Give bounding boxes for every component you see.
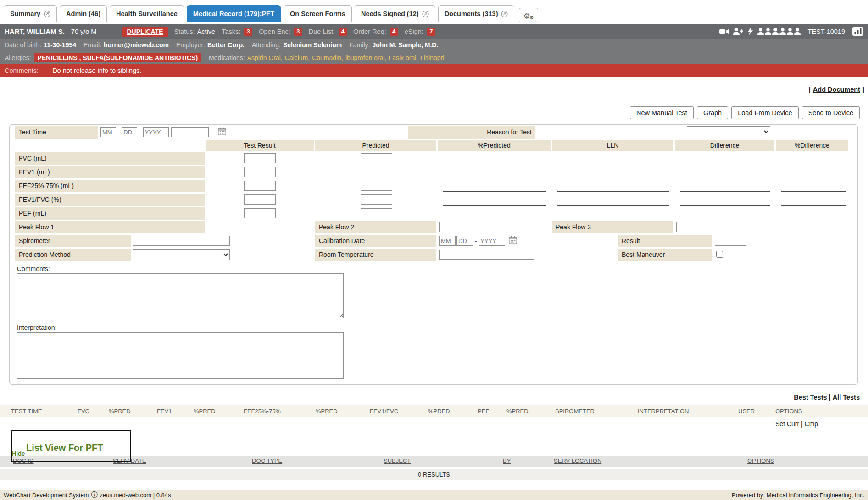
peak-flow-3-input[interactable] — [676, 222, 707, 232]
medication-link[interactable]: Aspirin Oral — [247, 54, 281, 61]
pipe: | — [801, 420, 803, 428]
add-person-icon[interactable] — [733, 28, 743, 35]
empty-results-row: 0 RESULTS — [0, 469, 868, 480]
tab-health-surveillance[interactable]: Health Surveillance — [110, 5, 184, 22]
lightning-icon[interactable] — [748, 28, 753, 35]
email-value[interactable]: horner@mieweb.com — [104, 41, 169, 49]
allergies-label: Allergies: — [5, 54, 31, 61]
pef-test-result-input[interactable] — [244, 208, 276, 218]
calibration-yyyy-input[interactable] — [479, 236, 505, 246]
row-label-pef: PEF (mL) — [15, 207, 205, 220]
fev1-fvc-test-result-input[interactable] — [244, 194, 276, 205]
best-maneuver-checkbox[interactable] — [716, 251, 723, 258]
video-camera-icon[interactable] — [719, 28, 729, 35]
peak-flow-1-input[interactable] — [207, 222, 238, 232]
medication-link[interactable]: Lasix oral — [389, 54, 416, 61]
duplicate-flag[interactable]: DUPLICATE — [122, 27, 167, 37]
patient-group-icons[interactable] — [757, 28, 801, 35]
peak-flow-2-input[interactable] — [439, 222, 470, 232]
tab-on-screen-forms[interactable]: On Screen Forms — [284, 5, 352, 22]
result-input[interactable] — [715, 236, 746, 246]
tasks-count-badge[interactable]: 3 — [244, 28, 252, 36]
medication-link[interactable]: Calcium — [285, 54, 308, 61]
row-label-fev1: FEV1 (mL) — [15, 166, 205, 178]
calibration-dd-input[interactable] — [456, 236, 473, 246]
popout-icon[interactable] — [501, 11, 508, 17]
reason-for-test-select[interactable] — [687, 126, 770, 137]
calendar-icon[interactable] — [218, 127, 227, 137]
doc-col-serv-location[interactable]: SERV LOCATION — [554, 456, 601, 467]
medication-link[interactable]: Lisinopril — [420, 54, 445, 61]
test-time-dd-input[interactable] — [122, 127, 137, 137]
fef-percent-difference-line — [781, 191, 846, 192]
send-to-device-button[interactable]: Send to Device — [802, 106, 860, 119]
attending-value: Selenium Selenium — [283, 41, 342, 49]
add-document-link[interactable]: Add Document — [813, 86, 860, 93]
interpretation-textarea[interactable] — [17, 332, 344, 379]
tab-medical-record[interactable]: Medical Record (179):PFT — [187, 5, 281, 22]
doc-col-doc-id[interactable]: DOC ID — [13, 456, 34, 467]
fev1-test-result-input[interactable] — [244, 167, 276, 177]
calibration-mm-input[interactable] — [439, 236, 456, 246]
row-label-fvc: FVC (mL) — [15, 152, 205, 165]
form-comments-textarea[interactable] — [17, 273, 344, 318]
doc-col-doc-type[interactable]: DOC TYPE — [252, 456, 282, 467]
test-time-yyyy-input[interactable] — [143, 127, 169, 137]
status-value: Active — [197, 28, 216, 35]
tab-documents[interactable]: Documents (313) — [438, 5, 515, 22]
allergy-chip[interactable]: PENICILLINS , SULFA(SULFONAMIDE ANTIBIOT… — [34, 53, 201, 62]
open-enc-count-badge[interactable]: 3 — [294, 28, 302, 36]
doc-col-serv-date[interactable]: SERV DATE — [113, 456, 146, 467]
fev1-fvc-lln-line — [557, 205, 669, 206]
patient-header-bar: HART, WILLIAM S. 70 y/o M DUPLICATE Stat… — [0, 24, 868, 39]
test-time-time-input[interactable] — [171, 127, 209, 137]
fvc-predicted-input[interactable] — [361, 153, 392, 163]
popout-icon[interactable] — [422, 11, 429, 17]
doc-col-options[interactable]: OPTIONS — [747, 456, 774, 467]
doc-col-subject[interactable]: SUBJECT — [384, 456, 411, 467]
spirometer-input[interactable] — [133, 236, 230, 246]
room-temperature-input[interactable] — [439, 250, 534, 260]
open-enc-label: Open Enc: — [259, 28, 290, 35]
medication-link[interactable]: Coumadin — [312, 54, 341, 61]
medication-separator: , — [385, 54, 387, 61]
calibration-date-group: - — [439, 236, 517, 246]
cmp-link[interactable]: Cmp — [805, 420, 818, 428]
tab-needs-signed[interactable]: Needs Signed (12) — [355, 5, 435, 22]
new-manual-test-button[interactable]: New Manual Test — [630, 106, 694, 119]
interpretation-label: Interpretation: — [17, 324, 56, 331]
pipe: | — [829, 394, 831, 401]
fev1-fvc-percent-predicted-line — [443, 205, 546, 206]
test-time-mm-input[interactable] — [100, 127, 116, 137]
esign-count-badge[interactable]: 7 — [427, 28, 435, 36]
fev1-predicted-input[interactable] — [361, 167, 392, 177]
tab-summary[interactable]: Summary — [4, 5, 57, 22]
medications-label: Medications: — [209, 54, 245, 61]
tasks-label: Tasks: — [222, 28, 240, 35]
patient-age-sex: 70 y/o M — [71, 28, 97, 35]
fev1-fvc-predicted-input[interactable] — [361, 194, 392, 205]
fvc-test-result-input[interactable] — [244, 153, 276, 163]
tab-medical-record-label: Medical Record (179):PFT — [193, 10, 274, 17]
set-curr-link[interactable]: Set Curr — [775, 420, 799, 428]
chart-icon[interactable] — [852, 27, 863, 36]
calendar-icon[interactable] — [509, 236, 517, 246]
settings-button[interactable]: ⚙ ⚙ — [519, 8, 538, 22]
doc-col-by[interactable]: BY — [503, 456, 511, 467]
results-col-fev1-fvc: FEV1/FVC — [370, 405, 398, 417]
load-from-device-button[interactable]: Load From Device — [731, 106, 798, 119]
pef-predicted-input[interactable] — [361, 208, 392, 218]
all-tests-link[interactable]: All Tests — [833, 394, 860, 401]
tab-admin[interactable]: Admin (46) — [60, 5, 107, 22]
fev1-fvc-difference-line — [680, 205, 770, 206]
fef-test-result-input[interactable] — [244, 181, 276, 191]
fef-predicted-input[interactable] — [361, 181, 392, 191]
best-tests-link[interactable]: Best Tests — [794, 394, 827, 401]
prediction-method-select[interactable] — [133, 249, 230, 260]
due-list-count-badge[interactable]: 4 — [339, 28, 347, 36]
order-req-count-badge[interactable]: 4 — [390, 28, 398, 36]
info-icon[interactable]: ⓘ — [91, 491, 97, 499]
medication-link[interactable]: ibuprofen oral — [345, 54, 385, 61]
popout-icon[interactable] — [44, 11, 50, 17]
graph-button[interactable]: Graph — [697, 106, 728, 119]
